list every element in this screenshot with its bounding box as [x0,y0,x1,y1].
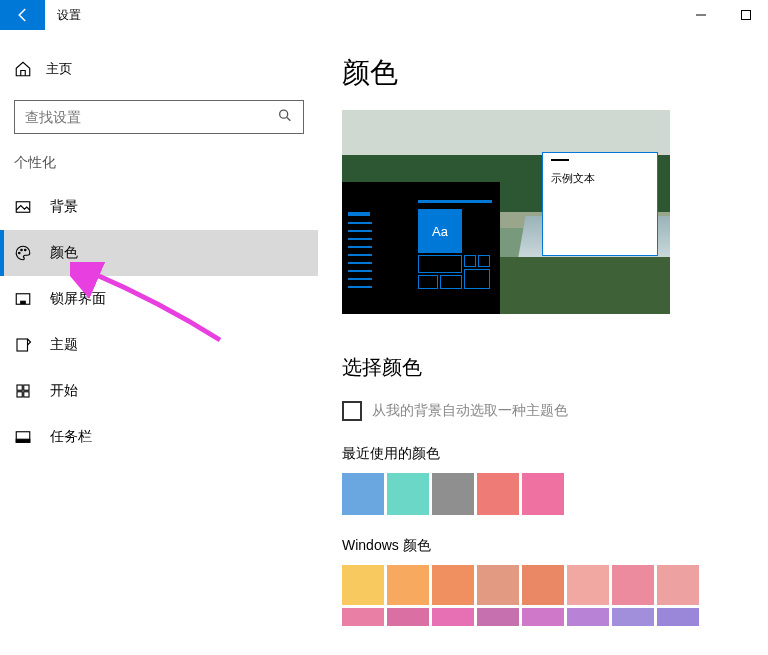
color-swatch[interactable] [432,473,474,515]
start-icon [14,382,32,400]
color-swatch[interactable] [657,565,699,605]
sidebar: 主页 个性化 背景 [0,30,318,655]
color-swatch[interactable] [342,565,384,605]
color-swatch[interactable] [567,565,609,605]
minimize-button[interactable] [678,0,723,30]
title-bar: 设置 [0,0,768,30]
color-swatch[interactable] [387,565,429,605]
sidebar-item-label: 颜色 [50,244,78,262]
svg-rect-0 [741,11,750,20]
color-swatch[interactable] [387,473,429,515]
windows-swatches-row1 [342,565,768,605]
sidebar-item-label: 开始 [50,382,78,400]
sidebar-item-lockscreen[interactable]: 锁屏界面 [0,276,318,322]
home-label: 主页 [46,60,72,78]
color-swatch[interactable] [387,608,429,626]
color-swatch[interactable] [522,565,564,605]
sidebar-item-background[interactable]: 背景 [0,184,318,230]
search-input[interactable] [25,109,293,125]
svg-rect-11 [17,392,22,397]
auto-pick-label: 从我的背景自动选取一种主题色 [372,402,568,420]
color-preview: Aa 示例文本 [342,110,670,314]
svg-rect-9 [17,385,22,390]
theme-icon [14,336,32,354]
color-swatch[interactable] [567,608,609,626]
sidebar-item-label: 任务栏 [50,428,92,446]
picture-icon [14,198,32,216]
svg-point-5 [25,249,27,251]
taskbar-icon [14,428,32,446]
auto-pick-checkbox-row[interactable]: 从我的背景自动选取一种主题色 [342,401,768,421]
window-title: 设置 [45,0,81,30]
content-pane: 颜色 Aa [318,30,768,655]
recent-swatches [342,473,768,515]
sidebar-item-label: 锁屏界面 [50,290,106,308]
color-swatch[interactable] [477,565,519,605]
svg-rect-14 [16,439,30,442]
svg-point-4 [21,249,23,251]
preview-sample-text: 示例文本 [551,172,595,184]
back-button[interactable] [0,0,45,30]
sidebar-item-themes[interactable]: 主题 [0,322,318,368]
color-swatch[interactable] [612,608,654,626]
sidebar-section-label: 个性化 [0,154,318,184]
home-link[interactable]: 主页 [0,50,318,88]
color-swatch[interactable] [432,565,474,605]
titlebar-spacer [81,0,678,30]
color-swatch[interactable] [612,565,654,605]
color-swatch[interactable] [477,473,519,515]
search-input-wrap[interactable] [14,100,304,134]
lockscreen-icon [14,290,32,308]
sidebar-item-label: 背景 [50,198,78,216]
color-swatch[interactable] [477,608,519,626]
windows-colors-label: Windows 颜色 [342,537,768,555]
color-swatch[interactable] [432,608,474,626]
preview-tile-text: Aa [418,209,462,253]
maximize-button[interactable] [723,0,768,30]
palette-icon [14,244,32,262]
windows-swatches-row2 [342,608,768,626]
sidebar-item-start[interactable]: 开始 [0,368,318,414]
preview-sample-window: 示例文本 [542,152,658,256]
search-icon [277,108,293,127]
color-swatch[interactable] [657,608,699,626]
page-title: 颜色 [342,54,768,92]
color-swatch[interactable] [342,608,384,626]
svg-rect-8 [17,339,28,351]
svg-point-3 [19,252,21,254]
color-swatch[interactable] [342,473,384,515]
preview-start-panel: Aa [342,182,500,314]
home-icon [14,60,32,78]
svg-rect-12 [24,392,29,397]
svg-rect-7 [21,301,26,303]
choose-color-heading: 选择颜色 [342,354,768,381]
color-swatch[interactable] [522,608,564,626]
svg-rect-10 [24,385,29,390]
sidebar-item-taskbar[interactable]: 任务栏 [0,414,318,460]
checkbox-icon[interactable] [342,401,362,421]
svg-point-1 [280,110,288,118]
color-swatch[interactable] [522,473,564,515]
sidebar-item-colors[interactable]: 颜色 [0,230,318,276]
window-controls [678,0,768,30]
sidebar-item-label: 主题 [50,336,78,354]
recent-colors-label: 最近使用的颜色 [342,445,768,463]
